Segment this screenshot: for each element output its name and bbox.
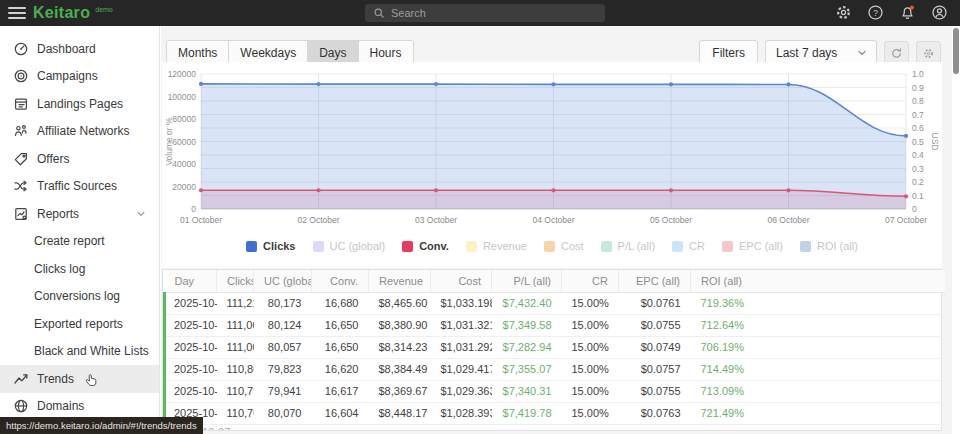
svg-text:06 October: 06 October [767,215,809,225]
svg-text:40000: 40000 [172,159,196,169]
legend-swatch [466,241,477,252]
chevron-down-icon [856,47,868,59]
cell-epc-all: $0.0749 [619,336,691,358]
table-row: 2025-10-05110,7979,94116,617$8,369.67$1,… [165,380,945,402]
logo-demo-badge: demo [95,6,113,13]
hamburger-menu-icon[interactable] [8,5,26,21]
legend-item-clicks[interactable]: Clicks [246,240,295,252]
cell-conv: 16,680 [312,292,369,314]
svg-text:03 October: 03 October [415,215,457,225]
svg-text:0: 0 [912,204,917,214]
svg-text:20000: 20000 [172,182,196,192]
legend-swatch [402,241,413,252]
column-header-epc-all[interactable]: EPC (all) [619,270,691,292]
sidebar-item-affiliate-networks[interactable]: Affiliate Networks [0,118,159,146]
cell-uc-global: 80,124 [254,314,312,336]
table-row-partial: 2025-10-07 [163,425,941,430]
legend-item-revenue[interactable]: Revenue [466,240,527,252]
trends-icon [13,371,29,387]
legend-item-roi-all[interactable]: ROI (all) [800,240,858,252]
global-search[interactable] [365,4,605,22]
svg-text:0: 0 [191,204,196,214]
help-icon[interactable]: ? [867,4,884,21]
app-logo[interactable]: Keitaro demo [33,3,113,23]
table-row: 2025-10-06110,7080,07016,604$8,448.17$1,… [165,402,945,424]
cell-day: 2025-10-03 [165,336,217,358]
column-header-conv[interactable]: Conv. [312,270,369,292]
cell-cost: $1,031.2928 [431,336,492,358]
trends-table-wrap: DayClicksUC (global)Conv.RevenueCostP/L … [162,269,942,431]
cell-uc-global: 79,823 [254,358,312,380]
cell-epc-all: $0.0763 [619,402,691,424]
column-header-day[interactable]: Day [165,270,217,292]
sidebar-item-trends[interactable]: Trends [0,365,159,393]
cell-cr: 15.00% [562,380,619,402]
cell-cr: 15.00% [562,402,619,424]
table-row: 2025-10-02111,0080,12416,650$8,380.90$1,… [165,314,945,336]
svg-text:0.2: 0.2 [912,177,924,187]
svg-text:USD: USD [930,133,940,151]
sidebar-item-label: Reports [37,207,79,221]
legend-item-epc-all[interactable]: EPC (all) [722,240,783,252]
affiliate-network-icon [13,123,29,139]
sidebar-item-label: Domains [37,399,84,413]
vertical-scrollbar-thumb[interactable] [953,28,959,74]
cell-roi-all: 714.49% [691,358,945,380]
sidebar-item-dashboard[interactable]: Dashboard [0,35,159,63]
svg-text:0.9: 0.9 [912,83,924,93]
column-header-uc-global[interactable]: UC (global) [254,270,312,292]
cell-cost: $1,029.3633 [431,380,492,402]
svg-text:07 October: 07 October [885,215,927,225]
svg-text:0.1: 0.1 [912,191,924,201]
legend-label: UC (global) [330,240,386,252]
legend-item-cr[interactable]: CR [672,240,705,252]
legend-label: EPC (all) [739,240,783,252]
sidebar-item-exported-reports[interactable]: Exported reports [0,310,159,338]
sidebar-item-reports[interactable]: Reports [0,200,159,228]
legend-item-uc-global[interactable]: UC (global) [313,240,386,252]
column-header-revenue[interactable]: Revenue [369,270,431,292]
cell-p-l-all: $7,349.58 [492,314,562,336]
sidebar-item-label: Exported reports [34,317,123,331]
cell-clicks: 111,21 [217,292,254,314]
main-content: MonthsWeekdaysDaysHours Filters Last 7 d… [161,26,952,434]
svg-text:0.5: 0.5 [912,137,924,147]
logo-text: Keitaro [33,3,90,23]
legend-item-cost[interactable]: Cost [544,240,584,252]
sidebar-item-clicks-log[interactable]: Clicks log [0,255,159,283]
sidebar-item-label: Clicks log [34,262,85,276]
column-header-cost[interactable]: Cost [431,270,492,292]
cell-clicks: 110,79 [217,380,254,402]
search-input[interactable] [391,7,605,19]
notifications-bell-icon[interactable] [899,4,916,21]
sidebar-item-label: Offers [37,152,69,166]
trends-line-chart: 02000040000600008000010000012000000.10.2… [162,64,942,230]
sidebar-item-traffic-sources[interactable]: Traffic Sources [0,173,159,201]
target-icon [13,68,29,84]
column-header-p-l-all[interactable]: P/L (all) [492,270,562,292]
sidebar-item-black-and-white-lists[interactable]: Black and White Lists [0,338,159,366]
column-header-cr[interactable]: CR [562,270,619,292]
reports-icon [13,206,29,222]
cell-clicks: 111,00 [217,314,254,336]
cell-conv: 16,604 [312,402,369,424]
svg-text:80000: 80000 [172,114,196,124]
sidebar-item-create-report[interactable]: Create report [0,228,159,256]
legend-item-conv[interactable]: Conv. [402,240,449,252]
sidebar-item-campaigns[interactable]: Campaigns [0,63,159,91]
column-header-clicks[interactable]: Clicks [217,270,254,292]
cell-roi-all: 712.64% [691,314,945,336]
cell-revenue: $8,380.90 [369,314,431,336]
settings-gear-icon[interactable] [835,4,852,21]
column-header-roi-all[interactable]: ROI (all) [691,270,945,292]
legend-item-p-l-all[interactable]: P/L (all) [601,240,656,252]
sidebar-item-domains[interactable]: Domains [0,393,159,421]
sidebar-item-conversions-log[interactable]: Conversions log [0,283,159,311]
user-account-icon[interactable] [931,4,948,21]
svg-text:120000: 120000 [168,69,197,79]
cell-cr: 15.00% [562,336,619,358]
table-row: 2025-10-04110,8079,82316,620$8,384.49$1,… [165,358,945,380]
sidebar-item-offers[interactable]: Offers [0,145,159,173]
top-bar: Keitaro demo ? [0,0,960,26]
sidebar-item-landings-pages[interactable]: Landings Pages [0,90,159,118]
